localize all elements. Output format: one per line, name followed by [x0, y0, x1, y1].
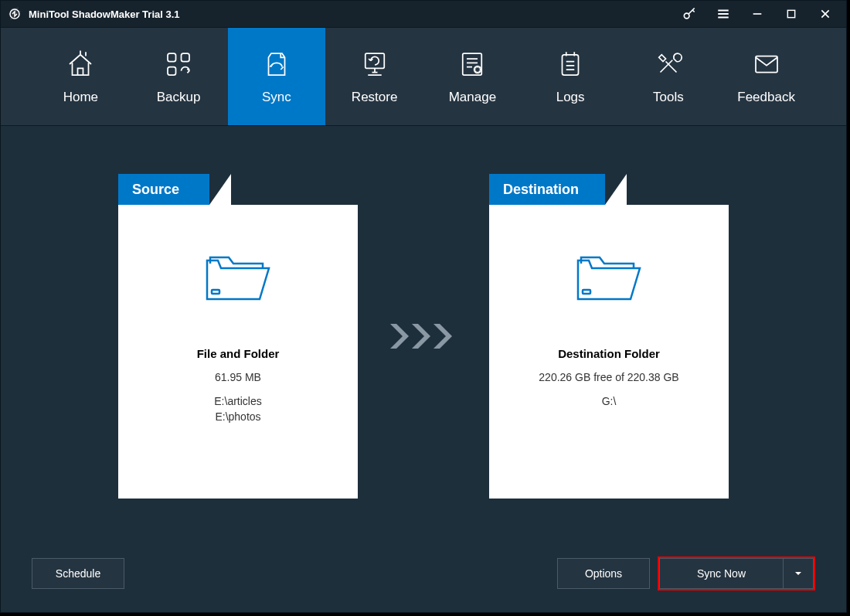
title-bar: MiniTool ShadowMaker Trial 3.1: [1, 1, 846, 27]
maximize-button[interactable]: [781, 4, 801, 24]
svg-rect-5: [365, 53, 384, 68]
svg-rect-4: [168, 67, 176, 76]
minimize-button[interactable]: [747, 4, 767, 24]
arrow-icon: [389, 174, 458, 499]
folder-icon: [570, 245, 648, 310]
svg-rect-1: [787, 10, 794, 17]
app-window: MiniTool ShadowMaker Trial 3.1: [0, 0, 847, 613]
svg-rect-2: [168, 53, 176, 62]
close-button[interactable]: [815, 4, 835, 24]
folder-icon: [199, 245, 277, 310]
sync-icon: [260, 48, 293, 80]
svg-point-0: [684, 13, 689, 19]
destination-panel[interactable]: Destination Destination Folder 220.26 GB…: [489, 174, 729, 499]
tab-label: Feedback: [737, 90, 795, 105]
tab-feedback[interactable]: Feedback: [717, 28, 815, 125]
destination-size: 220.26 GB free of 220.38 GB: [539, 371, 678, 383]
source-size: 61.95 MB: [215, 371, 261, 383]
window-controls: [679, 4, 835, 24]
source-path-1: E:\articles: [214, 394, 261, 410]
schedule-button[interactable]: Schedule: [32, 558, 124, 589]
app-logo-icon: [7, 6, 22, 22]
source-panel-header: Source: [118, 174, 358, 205]
footer-bar: Schedule Options Sync Now: [1, 556, 846, 590]
restore-icon: [359, 48, 391, 80]
tab-label: Logs: [556, 90, 585, 105]
tab-label: Tools: [653, 90, 684, 105]
svg-rect-9: [756, 56, 777, 73]
tab-restore[interactable]: Restore: [325, 28, 423, 125]
options-button[interactable]: Options: [557, 558, 650, 589]
svg-rect-3: [182, 53, 190, 62]
tab-label: Home: [63, 90, 98, 105]
backup-icon: [162, 48, 195, 80]
tab-home[interactable]: Home: [32, 28, 130, 125]
sync-now-group: Sync Now: [658, 556, 815, 590]
manage-icon: [456, 48, 488, 80]
tab-label: Restore: [352, 90, 398, 105]
tab-manage[interactable]: Manage: [423, 28, 522, 125]
source-path-2: E:\photos: [214, 410, 261, 425]
source-panel[interactable]: Source File and Folder 61.95 MB E:\artic…: [118, 174, 358, 499]
destination-paths: G:\: [602, 394, 617, 410]
key-icon[interactable]: [679, 4, 699, 24]
sync-now-dropdown-button[interactable]: [783, 558, 814, 589]
destination-heading: Destination: [489, 174, 605, 205]
source-paths: E:\articles E:\photos: [214, 394, 261, 424]
tools-icon: [652, 48, 685, 80]
feedback-icon: [750, 48, 783, 80]
tab-sync[interactable]: Sync: [228, 28, 326, 125]
tab-tools[interactable]: Tools: [620, 28, 718, 125]
sync-content: Source File and Folder 61.95 MB E:\artic…: [1, 126, 846, 520]
home-icon: [64, 48, 97, 80]
tab-label: Sync: [262, 90, 291, 105]
source-heading: Source: [118, 174, 209, 205]
tab-label: Manage: [449, 90, 496, 105]
tab-logs[interactable]: Logs: [522, 28, 620, 125]
main-toolbar: Home Backup Sync Restore Manage: [1, 27, 846, 126]
source-title: File and Folder: [197, 347, 280, 360]
destination-panel-header: Destination: [489, 174, 729, 205]
logs-icon: [554, 48, 586, 80]
destination-path-1: G:\: [602, 394, 617, 410]
tab-backup[interactable]: Backup: [130, 28, 228, 125]
sync-now-button[interactable]: Sync Now: [659, 558, 783, 589]
menu-icon[interactable]: [713, 4, 733, 24]
tab-label: Backup: [157, 90, 201, 105]
app-title: MiniTool ShadowMaker Trial 3.1: [29, 9, 679, 20]
chevron-down-icon: [794, 569, 803, 578]
destination-title: Destination Folder: [558, 347, 660, 360]
